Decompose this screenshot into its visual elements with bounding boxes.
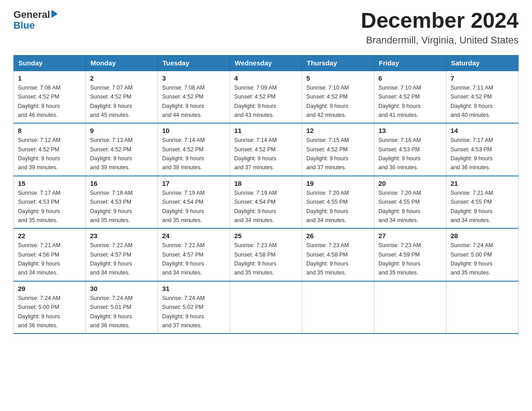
day-info: Sunrise: 7:14 AMSunset: 4:52 PMDaylight:… bbox=[162, 137, 205, 171]
table-row: 22 Sunrise: 7:21 AMSunset: 4:56 PMDaylig… bbox=[14, 228, 86, 281]
table-row: 19 Sunrise: 7:20 AMSunset: 4:55 PMDaylig… bbox=[302, 176, 374, 229]
table-row: 9 Sunrise: 7:13 AMSunset: 4:52 PMDayligh… bbox=[86, 123, 158, 176]
day-info: Sunrise: 7:15 AMSunset: 4:52 PMDaylight:… bbox=[306, 137, 349, 171]
day-info: Sunrise: 7:23 AMSunset: 4:59 PMDaylight:… bbox=[378, 242, 421, 276]
calendar-title: December 2024 bbox=[361, 9, 519, 33]
table-row: 10 Sunrise: 7:14 AMSunset: 4:52 PMDaylig… bbox=[158, 123, 230, 176]
col-monday: Monday bbox=[86, 55, 158, 71]
day-number: 4 bbox=[234, 74, 298, 82]
day-number: 31 bbox=[162, 285, 226, 292]
table-row: 17 Sunrise: 7:19 AMSunset: 4:54 PMDaylig… bbox=[158, 176, 230, 229]
day-number: 23 bbox=[90, 232, 154, 240]
table-row: 11 Sunrise: 7:14 AMSunset: 4:52 PMDaylig… bbox=[230, 123, 302, 176]
calendar-table: Sunday Monday Tuesday Wednesday Thursday… bbox=[13, 55, 519, 334]
day-number: 11 bbox=[234, 127, 298, 134]
table-row: 28 Sunrise: 7:24 AMSunset: 5:00 PMDaylig… bbox=[446, 228, 519, 281]
day-info: Sunrise: 7:12 AMSunset: 4:52 PMDaylight:… bbox=[18, 137, 60, 171]
calendar-week-row: 8 Sunrise: 7:12 AMSunset: 4:52 PMDayligh… bbox=[14, 123, 519, 176]
col-tuesday: Tuesday bbox=[158, 55, 230, 71]
table-row: 21 Sunrise: 7:21 AMSunset: 4:55 PMDaylig… bbox=[446, 176, 519, 229]
logo: General Blue bbox=[13, 9, 58, 31]
day-info: Sunrise: 7:17 AMSunset: 4:53 PMDaylight:… bbox=[450, 137, 493, 171]
day-number: 6 bbox=[378, 74, 442, 82]
table-row bbox=[374, 281, 446, 334]
table-row: 12 Sunrise: 7:15 AMSunset: 4:52 PMDaylig… bbox=[302, 123, 374, 176]
day-number: 17 bbox=[162, 180, 226, 187]
day-info: Sunrise: 7:21 AMSunset: 4:56 PMDaylight:… bbox=[18, 242, 60, 276]
table-row: 8 Sunrise: 7:12 AMSunset: 4:52 PMDayligh… bbox=[14, 123, 86, 176]
table-row: 15 Sunrise: 7:17 AMSunset: 4:53 PMDaylig… bbox=[14, 176, 86, 229]
table-row: 20 Sunrise: 7:20 AMSunset: 4:55 PMDaylig… bbox=[374, 176, 446, 229]
table-row: 25 Sunrise: 7:23 AMSunset: 4:58 PMDaylig… bbox=[230, 228, 302, 281]
table-row: 27 Sunrise: 7:23 AMSunset: 4:59 PMDaylig… bbox=[374, 228, 446, 281]
table-row: 26 Sunrise: 7:23 AMSunset: 4:58 PMDaylig… bbox=[302, 228, 374, 281]
table-row bbox=[446, 281, 519, 334]
day-number: 1 bbox=[18, 74, 82, 82]
day-number: 12 bbox=[306, 127, 370, 134]
day-info: Sunrise: 7:10 AMSunset: 4:52 PMDaylight:… bbox=[378, 85, 421, 118]
day-number: 15 bbox=[18, 180, 82, 187]
day-number: 21 bbox=[450, 180, 514, 187]
logo-arrow-icon bbox=[51, 10, 58, 18]
table-row: 6 Sunrise: 7:10 AMSunset: 4:52 PMDayligh… bbox=[374, 71, 446, 124]
col-thursday: Thursday bbox=[302, 55, 374, 71]
day-info: Sunrise: 7:07 AMSunset: 4:52 PMDaylight:… bbox=[90, 85, 133, 118]
day-number: 24 bbox=[162, 232, 226, 240]
calendar-header-row: Sunday Monday Tuesday Wednesday Thursday… bbox=[14, 55, 519, 71]
day-info: Sunrise: 7:24 AMSunset: 5:01 PMDaylight:… bbox=[90, 295, 133, 329]
table-row: 23 Sunrise: 7:22 AMSunset: 4:57 PMDaylig… bbox=[86, 228, 158, 281]
calendar-week-row: 15 Sunrise: 7:17 AMSunset: 4:53 PMDaylig… bbox=[14, 176, 519, 229]
table-row: 31 Sunrise: 7:24 AMSunset: 5:02 PMDaylig… bbox=[158, 281, 230, 334]
day-info: Sunrise: 7:11 AMSunset: 4:52 PMDaylight:… bbox=[450, 85, 493, 118]
day-number: 5 bbox=[306, 74, 370, 82]
table-row bbox=[302, 281, 374, 334]
day-number: 8 bbox=[18, 127, 82, 134]
table-row bbox=[230, 281, 302, 334]
day-info: Sunrise: 7:24 AMSunset: 5:00 PMDaylight:… bbox=[450, 242, 493, 276]
day-info: Sunrise: 7:09 AMSunset: 4:52 PMDaylight:… bbox=[234, 85, 277, 118]
day-number: 28 bbox=[450, 232, 514, 240]
day-number: 14 bbox=[450, 127, 514, 134]
day-number: 3 bbox=[162, 74, 226, 82]
day-number: 9 bbox=[90, 127, 154, 134]
logo-general-text: General bbox=[13, 9, 58, 21]
day-info: Sunrise: 7:24 AMSunset: 5:02 PMDaylight:… bbox=[162, 295, 205, 329]
table-row: 2 Sunrise: 7:07 AMSunset: 4:52 PMDayligh… bbox=[86, 71, 158, 124]
day-number: 29 bbox=[18, 285, 82, 292]
table-row: 7 Sunrise: 7:11 AMSunset: 4:52 PMDayligh… bbox=[446, 71, 519, 124]
day-number: 18 bbox=[234, 180, 298, 187]
page-header: General Blue December 2024 Brandermill, … bbox=[13, 9, 519, 46]
day-info: Sunrise: 7:23 AMSunset: 4:58 PMDaylight:… bbox=[306, 242, 349, 276]
table-row: 4 Sunrise: 7:09 AMSunset: 4:52 PMDayligh… bbox=[230, 71, 302, 124]
day-info: Sunrise: 7:06 AMSunset: 4:52 PMDaylight:… bbox=[18, 85, 60, 118]
table-row: 14 Sunrise: 7:17 AMSunset: 4:53 PMDaylig… bbox=[446, 123, 519, 176]
day-info: Sunrise: 7:18 AMSunset: 4:53 PMDaylight:… bbox=[90, 190, 133, 223]
table-row: 3 Sunrise: 7:08 AMSunset: 4:52 PMDayligh… bbox=[158, 71, 230, 124]
day-number: 22 bbox=[18, 232, 82, 240]
day-info: Sunrise: 7:20 AMSunset: 4:55 PMDaylight:… bbox=[378, 190, 421, 223]
logo-blue-text: Blue bbox=[13, 20, 35, 31]
day-number: 27 bbox=[378, 232, 442, 240]
calendar-week-row: 29 Sunrise: 7:24 AMSunset: 5:00 PMDaylig… bbox=[14, 281, 519, 334]
day-info: Sunrise: 7:22 AMSunset: 4:57 PMDaylight:… bbox=[90, 242, 133, 276]
day-number: 16 bbox=[90, 180, 154, 187]
day-number: 19 bbox=[306, 180, 370, 187]
day-number: 2 bbox=[90, 74, 154, 82]
table-row: 29 Sunrise: 7:24 AMSunset: 5:00 PMDaylig… bbox=[14, 281, 86, 334]
day-number: 13 bbox=[378, 127, 442, 134]
calendar-title-block: December 2024 Brandermill, Virginia, Uni… bbox=[361, 9, 519, 46]
day-number: 20 bbox=[378, 180, 442, 187]
table-row: 30 Sunrise: 7:24 AMSunset: 5:01 PMDaylig… bbox=[86, 281, 158, 334]
col-sunday: Sunday bbox=[14, 55, 86, 71]
table-row: 13 Sunrise: 7:16 AMSunset: 4:53 PMDaylig… bbox=[374, 123, 446, 176]
calendar-week-row: 1 Sunrise: 7:06 AMSunset: 4:52 PMDayligh… bbox=[14, 71, 519, 124]
table-row: 5 Sunrise: 7:10 AMSunset: 4:52 PMDayligh… bbox=[302, 71, 374, 124]
day-info: Sunrise: 7:10 AMSunset: 4:52 PMDaylight:… bbox=[306, 85, 349, 118]
table-row: 24 Sunrise: 7:22 AMSunset: 4:57 PMDaylig… bbox=[158, 228, 230, 281]
day-number: 7 bbox=[450, 74, 514, 82]
day-info: Sunrise: 7:17 AMSunset: 4:53 PMDaylight:… bbox=[18, 190, 60, 223]
day-number: 25 bbox=[234, 232, 298, 240]
day-info: Sunrise: 7:14 AMSunset: 4:52 PMDaylight:… bbox=[234, 137, 277, 171]
day-info: Sunrise: 7:13 AMSunset: 4:52 PMDaylight:… bbox=[90, 137, 133, 171]
day-info: Sunrise: 7:21 AMSunset: 4:55 PMDaylight:… bbox=[450, 190, 493, 223]
